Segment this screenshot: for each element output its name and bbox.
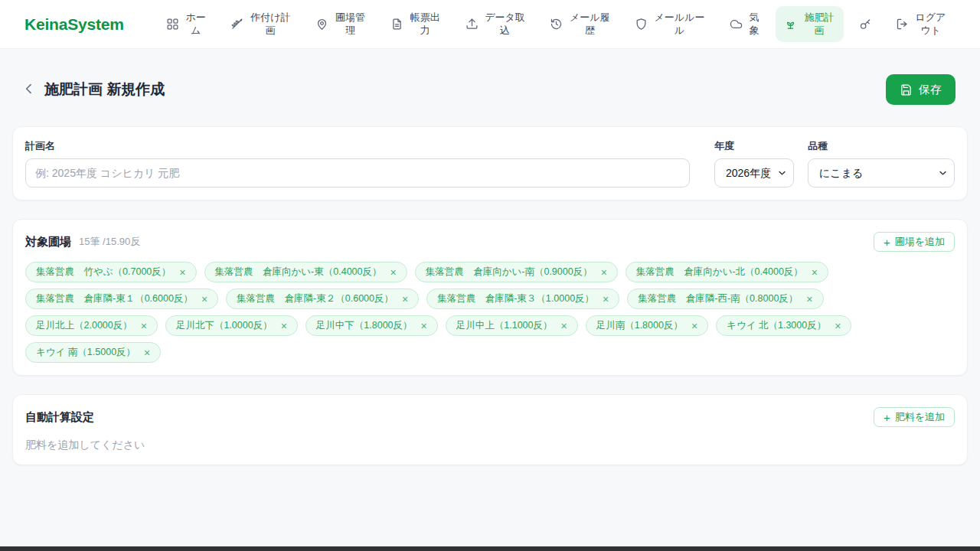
- field-chip-label: 集落営農 倉庫隣-東１（0.6000反）: [36, 292, 193, 305]
- field-chip-label: 集落営農 竹やぶ（0.7000反）: [36, 266, 171, 279]
- chip-close-icon[interactable]: ×: [421, 321, 427, 331]
- plus-icon: +: [884, 236, 890, 248]
- field-chip-label: 集落営農 倉庫向かい-南（0.9000反）: [426, 266, 593, 279]
- chip-close-icon[interactable]: ×: [281, 321, 287, 331]
- add-field-button[interactable]: + 圃場を追加: [874, 232, 955, 252]
- chip-close-icon[interactable]: ×: [144, 347, 150, 358]
- year-field: 年度 2026年度: [714, 139, 794, 187]
- chip-close-icon[interactable]: ×: [390, 267, 397, 278]
- field-chip: 集落営農 倉庫隣-東１（0.6000反）×: [25, 289, 218, 309]
- chip-close-icon[interactable]: ×: [179, 267, 185, 278]
- top-navbar: KeinaSystem ホーム作付け計画圃場管理帳票出力データ取込メール履歴メー…: [0, 0, 980, 49]
- main-nav: ホーム作付け計画圃場管理帳票出力データ取込メール履歴メールルール気象施肥計画ログ…: [158, 6, 956, 42]
- plan-basic-card: 計画名 年度 2026年度 品種 にこまる: [12, 126, 968, 201]
- nav-item-ログアウト[interactable]: ログアウト: [887, 6, 956, 42]
- field-chip: 足川中下（1.8000反）×: [305, 315, 438, 336]
- plan-name-field: 計画名: [25, 139, 701, 187]
- field-chip-label: 集落営農 倉庫隣-西-南（0.8000反）: [638, 292, 798, 305]
- chip-close-icon[interactable]: ×: [141, 321, 147, 331]
- save-button-label: 保存: [919, 83, 942, 97]
- grid-icon: [166, 18, 179, 31]
- nav-item-label: 圃場管理: [334, 11, 367, 37]
- add-fertilizer-button[interactable]: + 肥料を追加: [874, 407, 955, 427]
- field-chip-label: 足川中下（1.8000反）: [316, 319, 413, 332]
- field-chip: 集落営農 竹やぶ（0.7000反）×: [25, 262, 197, 282]
- year-label: 年度: [714, 139, 794, 153]
- field-chip: 集落営農 倉庫隣-東２（0.6000反）×: [226, 289, 419, 309]
- nav-item-メールルール[interactable]: メールルール: [626, 6, 714, 42]
- nav-item-作付け計画[interactable]: 作付け計画: [222, 6, 300, 42]
- plan-name-input[interactable]: [25, 158, 690, 187]
- chip-close-icon[interactable]: ×: [835, 321, 841, 331]
- document-icon: [390, 18, 403, 31]
- field-chip-list: 集落営農 竹やぶ（0.7000反）×集落営農 倉庫向かい-東（0.4000反）×…: [25, 262, 955, 363]
- field-chip-label: 集落営農 倉庫隣-東２（0.6000反）: [237, 292, 394, 305]
- variety-field: 品種 にこまる: [808, 139, 955, 187]
- page-title: 施肥計画 新規作成: [44, 80, 165, 99]
- auto-calc-card: 自動計算設定 + 肥料を追加 肥料を追加してください: [12, 394, 968, 465]
- chip-close-icon[interactable]: ×: [201, 294, 207, 305]
- field-chip-label: キウイ 南（1.5000反）: [36, 346, 136, 359]
- nav-item-label: 気象: [748, 11, 761, 37]
- field-chip-label: 集落営農 倉庫隣-東３（1.0000反）: [437, 292, 594, 305]
- field-chip-label: 足川中上（1.1000反）: [456, 319, 553, 332]
- target-fields-card: 対象圃場 15筆 /15.90反 + 圃場を追加 集落営農 竹やぶ（0.7000…: [12, 219, 968, 376]
- chip-close-icon[interactable]: ×: [601, 267, 607, 278]
- year-select[interactable]: 2026年度: [714, 158, 794, 187]
- nav-item-施肥計画[interactable]: 施肥計画: [776, 6, 844, 42]
- nav-item-気象[interactable]: 気象: [721, 6, 769, 42]
- chip-close-icon[interactable]: ×: [402, 294, 408, 305]
- shield-icon: [635, 18, 648, 31]
- nav-item-データ取込[interactable]: データ取込: [457, 6, 535, 42]
- target-fields-title: 対象圃場: [25, 235, 71, 249]
- field-chip-label: 足川北上（2.0000反）: [36, 319, 132, 332]
- nav-item-label: 帳票出力: [409, 11, 442, 37]
- nav-item-メール履歴[interactable]: メール履歴: [541, 6, 619, 42]
- field-chip: 集落営農 倉庫向かい-南（0.9000反）×: [415, 262, 618, 282]
- field-chip: 集落営農 倉庫隣-東３（1.0000反）×: [426, 289, 619, 309]
- nav-item-label: データ取込: [484, 11, 527, 37]
- nav-item-label: メール履歴: [568, 11, 611, 37]
- chip-close-icon[interactable]: ×: [603, 294, 609, 305]
- field-chip: 集落営農 倉庫向かい-北（0.4000反）×: [626, 262, 828, 282]
- nav-item-label: メールルール: [653, 11, 706, 37]
- nav-item-帳票出力[interactable]: 帳票出力: [382, 6, 450, 42]
- save-icon: [900, 83, 913, 96]
- cloud-icon: [730, 18, 743, 31]
- field-chip-label: 集落営農 倉庫向かい-東（0.4000反）: [215, 266, 382, 279]
- nav-item-ホーム[interactable]: ホーム: [158, 6, 216, 42]
- field-chip: キウイ 南（1.5000反）×: [25, 342, 161, 363]
- nav-item-label: ホーム: [185, 11, 207, 37]
- wheat-icon: [230, 18, 243, 31]
- logout-icon: [896, 18, 909, 31]
- nav-item-圃場管理[interactable]: 圃場管理: [307, 6, 375, 42]
- page-header: 施肥計画 新規作成 保存: [20, 74, 956, 105]
- field-chip: 足川北下（1.0000反）×: [165, 315, 298, 336]
- chip-close-icon[interactable]: ×: [561, 321, 567, 331]
- field-chip-label: 足川北下（1.0000反）: [176, 319, 273, 332]
- chip-close-icon[interactable]: ×: [806, 294, 812, 305]
- key-icon: [859, 18, 872, 31]
- bottom-bar: [0, 546, 980, 551]
- field-chip-label: 足川南（1.8000反）: [596, 319, 683, 332]
- chip-close-icon[interactable]: ×: [812, 267, 818, 278]
- plan-name-label: 計画名: [25, 139, 690, 153]
- map-pin-icon: [315, 18, 328, 31]
- field-chip-label: キウイ 北（1.3000反）: [727, 319, 826, 332]
- field-chip: 足川南（1.8000反）×: [586, 315, 708, 336]
- field-chip-label: 集落営農 倉庫向かい-北（0.4000反）: [636, 266, 803, 279]
- nav-item-label: 施肥計画: [802, 11, 835, 37]
- upload-icon: [466, 18, 479, 31]
- nav-item-key[interactable]: [851, 12, 880, 36]
- auto-calc-title: 自動計算設定: [25, 410, 94, 425]
- chip-close-icon[interactable]: ×: [691, 321, 697, 331]
- save-button[interactable]: 保存: [886, 74, 956, 105]
- nav-item-label: 作付け計画: [249, 11, 292, 37]
- variety-label: 品種: [808, 139, 955, 153]
- variety-select[interactable]: にこまる: [808, 158, 955, 187]
- field-chip: 足川北上（2.0000反）×: [25, 315, 158, 336]
- back-button[interactable]: [20, 80, 38, 100]
- field-chip: 集落営農 倉庫隣-西-南（0.8000反）×: [627, 289, 823, 309]
- plus-icon: +: [884, 412, 890, 423]
- app-logo[interactable]: KeinaSystem: [24, 15, 124, 34]
